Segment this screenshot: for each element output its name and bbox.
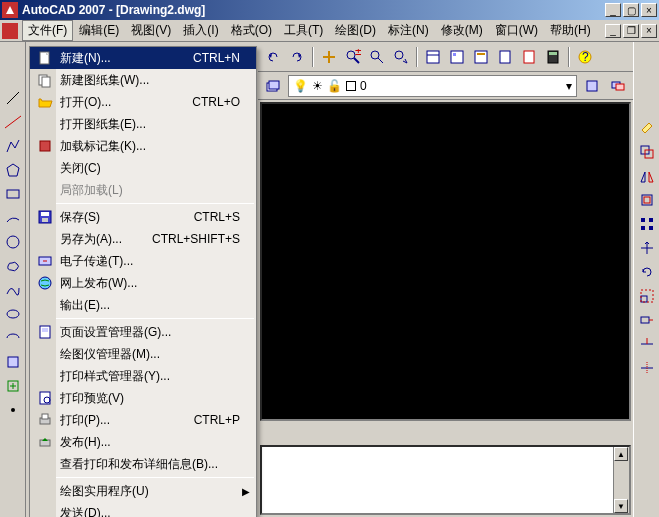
command-line[interactable]: ▲ ▼ [260, 445, 631, 515]
props-icon[interactable] [422, 46, 444, 68]
shortcut: CTRL+S [194, 210, 252, 224]
mirror-tool[interactable] [636, 165, 658, 187]
doc-close-button[interactable]: × [641, 24, 657, 38]
doc-minimize-button[interactable]: _ [605, 24, 621, 38]
menu-item-plotstyle[interactable]: 打印样式管理器(Y)... [30, 365, 256, 387]
markup-icon[interactable] [518, 46, 540, 68]
move-tool[interactable] [636, 237, 658, 259]
layer-mgr-icon[interactable] [262, 75, 284, 97]
menu-item-new[interactable]: 新建(N)... CTRL+N [30, 47, 256, 69]
polyline-tool[interactable] [2, 135, 24, 157]
sheet-icon[interactable] [494, 46, 516, 68]
menu-window[interactable]: 窗口(W) [489, 20, 544, 41]
svg-rect-59 [42, 328, 48, 332]
zoom-prev-icon[interactable] [390, 46, 412, 68]
trim-tool[interactable] [636, 333, 658, 355]
drawing-canvas[interactable] [260, 102, 631, 421]
scale-tool[interactable] [636, 285, 658, 307]
extend-tool[interactable] [636, 357, 658, 379]
zoom-window-icon[interactable] [366, 46, 388, 68]
svg-rect-37 [644, 197, 650, 203]
menu-item-opensheet[interactable]: 打开图纸集(E)... [30, 113, 256, 135]
rectangle-tool[interactable] [2, 183, 24, 205]
dcenter-icon[interactable] [446, 46, 468, 68]
copy-tool[interactable] [636, 141, 658, 163]
pan-icon[interactable] [318, 46, 340, 68]
menu-item-publishweb[interactable]: 网上发布(W)... [30, 272, 256, 294]
array-tool[interactable] [636, 213, 658, 235]
close-button[interactable]: × [641, 3, 657, 17]
menu-item-save[interactable]: 保存(S) CTRL+S [30, 206, 256, 228]
zoom-rt-icon[interactable]: ± [342, 46, 364, 68]
menu-insert[interactable]: 插入(I) [177, 20, 224, 41]
standard-toolbar: ± ? [258, 42, 633, 72]
line-tool[interactable] [2, 87, 24, 109]
svg-rect-22 [477, 53, 485, 55]
stretch-tool[interactable] [636, 309, 658, 331]
scroll-down-icon[interactable]: ▼ [614, 499, 628, 513]
ellipse-arc-tool[interactable] [2, 327, 24, 349]
menu-item-open[interactable]: 打开(O)... CTRL+O [30, 91, 256, 113]
menu-item-utils[interactable]: 绘图实用程序(U) ▶ [30, 480, 256, 502]
makeblock-tool[interactable] [2, 375, 24, 397]
rotate-tool[interactable] [636, 261, 658, 283]
erase-tool[interactable] [636, 117, 658, 139]
svg-line-0 [7, 92, 19, 104]
menu-item-loadmark[interactable]: 加载标记集(K)... [30, 135, 256, 157]
shortcut: CTRL+SHIFT+S [152, 232, 252, 246]
svg-point-11 [347, 51, 355, 59]
doc-restore-button[interactable]: ❐ [623, 24, 639, 38]
layer-toolbar: 💡 ☀ 🔓 0 ▾ [258, 72, 633, 100]
menu-item-pagesetup[interactable]: 页面设置管理器(G)... [30, 321, 256, 343]
modify-toolbar [633, 42, 659, 517]
menu-tools[interactable]: 工具(T) [278, 20, 329, 41]
circle-tool[interactable] [2, 231, 24, 253]
menu-item-newsheet[interactable]: 新建图纸集(W)... [30, 69, 256, 91]
minimize-button[interactable]: _ [605, 3, 621, 17]
layer-dropdown[interactable]: 💡 ☀ 🔓 0 ▾ [288, 75, 577, 97]
menu-item-preview[interactable]: 打印预览(V) [30, 387, 256, 409]
menu-item-viewdetails[interactable]: 查看打印和发布详细信息(B)... [30, 453, 256, 475]
menu-annotate[interactable]: 标注(N) [382, 20, 435, 41]
menu-draw[interactable]: 绘图(D) [329, 20, 382, 41]
svg-rect-38 [641, 218, 645, 222]
svg-rect-26 [549, 52, 557, 55]
layer-state-icon[interactable] [607, 75, 629, 97]
shortcut: CTRL+O [192, 95, 252, 109]
menu-item-plotmgr[interactable]: 绘图仪管理器(M)... [30, 343, 256, 365]
menu-edit[interactable]: 编辑(E) [73, 20, 125, 41]
maximize-button[interactable]: ▢ [623, 3, 639, 17]
scroll-up-icon[interactable]: ▲ [614, 447, 628, 461]
svg-rect-42 [641, 296, 647, 302]
offset-tool[interactable] [636, 189, 658, 211]
menu-help[interactable]: 帮助(H) [544, 20, 597, 41]
help-icon[interactable]: ? [574, 46, 596, 68]
menu-item-saveas[interactable]: 另存为(A)... CTRL+SHIFT+S [30, 228, 256, 250]
calc-icon[interactable] [542, 46, 564, 68]
menu-item-close[interactable]: 关闭(C) [30, 157, 256, 179]
menu-format[interactable]: 格式(O) [225, 20, 278, 41]
svg-rect-31 [587, 81, 597, 91]
revcloud-tool[interactable] [2, 255, 24, 277]
svg-rect-19 [451, 51, 463, 63]
hscroll[interactable] [260, 423, 633, 443]
menu-modify[interactable]: 修改(M) [435, 20, 489, 41]
menu-item-send[interactable]: 发送(D)... [30, 502, 256, 517]
menu-item-etrans[interactable]: 电子传递(T)... [30, 250, 256, 272]
xline-tool[interactable] [2, 111, 24, 133]
arc-tool[interactable] [2, 207, 24, 229]
layer-prev-icon[interactable] [581, 75, 603, 97]
redo-icon[interactable] [286, 46, 308, 68]
polygon-tool[interactable] [2, 159, 24, 181]
ellipse-tool[interactable] [2, 303, 24, 325]
toolpal-icon[interactable] [470, 46, 492, 68]
menu-item-publish[interactable]: 发布(H)... [30, 431, 256, 453]
menu-item-print[interactable]: 打印(P)... CTRL+P [30, 409, 256, 431]
spline-tool[interactable] [2, 279, 24, 301]
block-tool[interactable] [2, 351, 24, 373]
undo-icon[interactable] [262, 46, 284, 68]
menu-file[interactable]: 文件(F) [22, 20, 73, 41]
point-tool[interactable] [2, 399, 24, 421]
menu-item-export[interactable]: 输出(E)... [30, 294, 256, 316]
menu-view[interactable]: 视图(V) [125, 20, 177, 41]
